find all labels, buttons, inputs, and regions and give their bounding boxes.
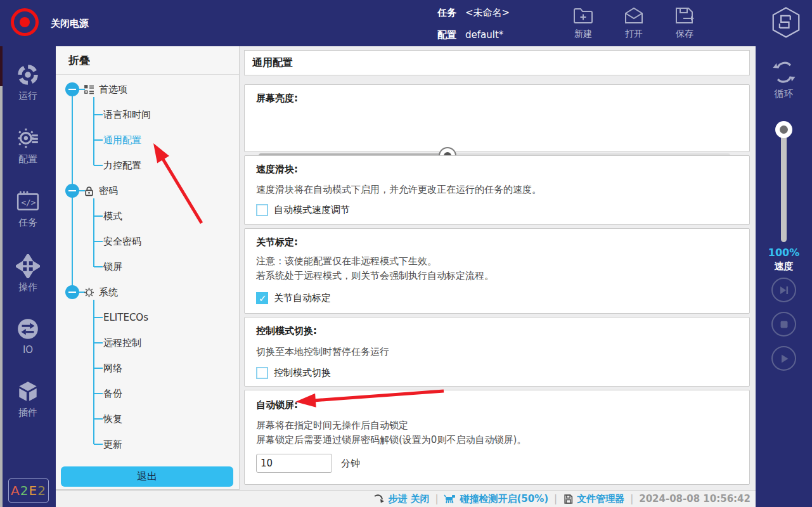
new-button[interactable]: 新建 (563, 5, 603, 43)
collision-detection-status[interactable]: 碰撞检测开启(50%) (444, 493, 548, 505)
tree-node-backup[interactable]: 备份 (103, 386, 122, 401)
config-value: default* (465, 29, 503, 41)
tree-node-safety-password[interactable]: 安全密码 (103, 234, 141, 249)
collapse-minus-icon[interactable] (65, 184, 79, 198)
tree-label: 语言和时间 (103, 109, 151, 121)
left-scrollbar-track[interactable] (0, 46, 3, 507)
robot-model-badge: A2E2 (8, 478, 49, 503)
page-title: 通用配置 (244, 50, 750, 75)
tree-node-network[interactable]: 网络 (103, 361, 122, 376)
nav-item-plugin[interactable]: 插件 (3, 375, 53, 424)
preferences-icon (84, 84, 94, 95)
task-row: 任务<未命名> (437, 7, 510, 19)
system-gear-icon (84, 287, 94, 298)
tree-node-language-time[interactable]: 语言和时间 (103, 107, 151, 122)
action-label: 保存 (676, 29, 693, 40)
nav-item-run[interactable]: 运行 (3, 58, 53, 107)
loop-icon (770, 58, 798, 86)
tree-node-elitecos[interactable]: ELITECOs (103, 310, 148, 325)
file-manager-label: 文件管理器 (577, 493, 624, 505)
nav-item-config[interactable]: 配置 (3, 121, 53, 170)
tree-node-password[interactable]: 密码 (65, 183, 118, 198)
settings-tree-panel: 折叠 首选项 语言和时间 通用配置 力控配置 (56, 46, 240, 490)
top-bar: 关闭电源 任务<未命名> 配置default* 新建 打开 保存 (0, 0, 812, 46)
auto-speed-checkbox[interactable] (256, 204, 268, 216)
speed-slider-handle[interactable] (775, 121, 792, 138)
tree-label: 更新 (103, 439, 122, 451)
left-nav-sidebar: 运行 配置 </> 任务 (0, 46, 56, 507)
tree-node-lockscreen[interactable]: 锁屏 (103, 259, 122, 274)
joint-calibration-section: 关节标定: 注意：该使能配置仅在非远程模式下生效。 若系统处于远程模式，则关节会… (244, 228, 750, 314)
collapse-minus-icon[interactable] (65, 82, 79, 96)
tree-node-restore[interactable]: 恢复 (103, 411, 122, 427)
svg-text:</>: </> (21, 198, 35, 207)
section-desc: 速度滑块将在自动模式下启用，并允许更改正在运行的任务的速度。 (256, 184, 541, 196)
tree-node-general-config[interactable]: 通用配置 (103, 132, 141, 148)
power-button[interactable] (11, 8, 39, 36)
config-row: 配置default* (437, 29, 503, 41)
lock-minutes-input[interactable] (256, 454, 332, 473)
section-desc: 注意：该使能配置仅在非远程模式下生效。 (256, 255, 437, 267)
step-next-button[interactable] (771, 278, 796, 302)
tree-node-remote-control[interactable]: 远程控制 (103, 335, 141, 350)
exit-button[interactable]: 退出 (61, 466, 233, 487)
badge-char: 2 (20, 483, 29, 498)
nav-item-io[interactable]: IO (3, 311, 53, 361)
nav-item-task[interactable]: </> 任务 (3, 184, 53, 234)
task-code-icon: </> (16, 189, 40, 214)
tree-node-update[interactable]: 更新 (103, 437, 122, 452)
joint-calibration-checkbox[interactable] (256, 292, 268, 304)
left-scrollbar-thumb[interactable] (0, 46, 3, 86)
tree-label: 通用配置 (103, 134, 141, 146)
speed-slider-section: 速度滑块: 速度滑块将在自动模式下启用，并允许更改正在运行的任务的速度。 自动模… (244, 155, 750, 225)
tree-label: 首选项 (99, 84, 127, 96)
joint-calibration-checkbox-row[interactable]: 关节自动标定 (256, 292, 331, 304)
nav-label: 操作 (18, 281, 37, 293)
tree-node-preferences[interactable]: 首选项 (65, 82, 127, 97)
play-icon (778, 352, 790, 365)
action-label: 新建 (574, 29, 592, 40)
step-mode-status[interactable]: 步进 关闭 (373, 493, 429, 505)
nav-item-jog[interactable]: 操作 (3, 249, 53, 298)
run-icon (16, 63, 40, 87)
general-config-panel: 通用配置 屏幕亮度: 1% 20% 40% 60% 80% 100% 速度滑块:… (240, 46, 756, 490)
section-title: 速度滑块: (256, 164, 298, 176)
section-title: 自动锁屏: (256, 399, 298, 411)
tree-node-system[interactable]: 系统 (65, 285, 118, 300)
control-mode-checkbox[interactable] (256, 367, 268, 379)
section-title: 控制模式切换: (256, 325, 317, 337)
stop-icon (778, 318, 790, 331)
save-button[interactable]: 保存 (664, 5, 705, 43)
save-icon (674, 5, 695, 27)
tree-node-mode[interactable]: 模式 (103, 209, 122, 224)
tree-node-force-config[interactable]: 力控配置 (103, 158, 141, 173)
nav-label: 运行 (18, 90, 37, 102)
tree-label: 力控配置 (103, 160, 141, 172)
collapse-minus-icon[interactable] (65, 285, 79, 299)
tree-label: 锁屏 (103, 261, 122, 273)
auto-speed-checkbox-row[interactable]: 自动模式速度调节 (256, 204, 350, 216)
brand-logo-icon (769, 6, 803, 40)
checkbox-label: 控制模式切换 (274, 367, 331, 379)
skip-next-icon (778, 284, 790, 297)
control-mode-checkbox-row[interactable]: 控制模式切换 (256, 367, 331, 379)
speed-slider-track[interactable] (781, 129, 787, 242)
plugin-cube-icon (16, 380, 40, 404)
collision-detection-label: 碰撞检测开启(50%) (460, 493, 548, 505)
stop-button[interactable] (771, 312, 796, 337)
open-button[interactable]: 打开 (614, 5, 654, 43)
speed-label: 速度 (756, 260, 812, 273)
section-title: 屏幕亮度: (256, 93, 298, 105)
nav-label: 配置 (18, 153, 37, 165)
file-manager-status[interactable]: 文件管理器 (563, 493, 624, 505)
lock-icon (84, 186, 94, 196)
action-label: 打开 (625, 29, 643, 40)
datetime: 2024-08-08 10:56:42 (639, 493, 751, 504)
loop-mode-button[interactable]: 循环 (756, 58, 812, 100)
loop-label: 循环 (775, 88, 794, 100)
play-button[interactable] (771, 346, 796, 371)
collision-robot-icon (444, 493, 456, 504)
nav-label: IO (23, 344, 33, 356)
file-manager-icon (563, 494, 574, 504)
tree-label: 网络 (103, 363, 122, 375)
